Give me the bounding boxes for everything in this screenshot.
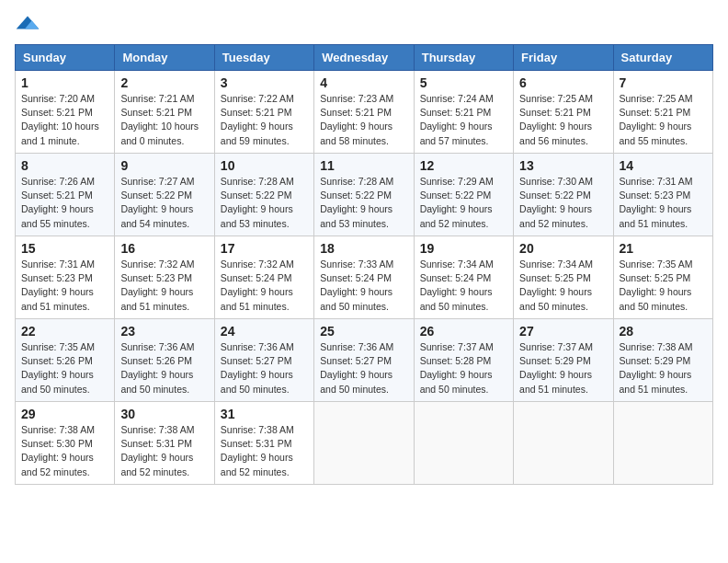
day-number: 4 xyxy=(320,75,407,90)
sunrise-label: Sunrise: 7:24 AM xyxy=(420,93,494,104)
calendar-cell: 21 Sunrise: 7:35 AM Sunset: 5:25 PM Dayl… xyxy=(613,236,712,319)
calendar-cell: 12 Sunrise: 7:29 AM Sunset: 5:22 PM Dayl… xyxy=(414,154,513,236)
cell-content: Sunrise: 7:22 AM Sunset: 5:21 PM Dayligh… xyxy=(221,92,308,148)
calendar-cell: 30 Sunrise: 7:38 AM Sunset: 5:31 PM Dayl… xyxy=(115,402,214,485)
sunset-label: Sunset: 5:24 PM xyxy=(320,272,392,283)
sunset-label: Sunset: 5:21 PM xyxy=(21,107,93,118)
cell-content: Sunrise: 7:26 AM Sunset: 5:21 PM Dayligh… xyxy=(21,175,108,231)
calendar-cell: 7 Sunrise: 7:25 AM Sunset: 5:21 PM Dayli… xyxy=(613,71,712,154)
daylight-label: Daylight: 9 hours and 50 minutes. xyxy=(21,369,94,394)
day-number: 19 xyxy=(420,241,507,256)
logo xyxy=(15,15,44,33)
sunset-label: Sunset: 5:31 PM xyxy=(120,438,192,449)
sunrise-label: Sunrise: 7:23 AM xyxy=(320,93,393,104)
day-number: 26 xyxy=(420,324,507,339)
cell-content: Sunrise: 7:30 AM Sunset: 5:22 PM Dayligh… xyxy=(519,175,607,231)
sunrise-label: Sunrise: 7:32 AM xyxy=(120,259,194,270)
calendar-cell: 11 Sunrise: 7:28 AM Sunset: 5:22 PM Dayl… xyxy=(314,154,414,236)
weekday-header-sunday: Sunday xyxy=(16,45,115,71)
daylight-label: Daylight: 9 hours and 50 minutes. xyxy=(320,286,392,311)
calendar-cell: 26 Sunrise: 7:37 AM Sunset: 5:28 PM Dayl… xyxy=(414,319,513,402)
cell-content: Sunrise: 7:28 AM Sunset: 5:22 PM Dayligh… xyxy=(320,175,407,231)
calendar-cell: 8 Sunrise: 7:26 AM Sunset: 5:21 PM Dayli… xyxy=(16,154,115,236)
sunset-label: Sunset: 5:25 PM xyxy=(620,272,691,283)
calendar-cell: 31 Sunrise: 7:38 AM Sunset: 5:31 PM Dayl… xyxy=(214,402,313,485)
daylight-label: Daylight: 9 hours and 55 minutes. xyxy=(620,121,692,145)
cell-content: Sunrise: 7:33 AM Sunset: 5:24 PM Dayligh… xyxy=(320,258,407,314)
calendar-week-row: 1 Sunrise: 7:20 AM Sunset: 5:21 PM Dayli… xyxy=(16,71,713,154)
calendar-cell: 20 Sunrise: 7:34 AM Sunset: 5:25 PM Dayl… xyxy=(514,236,613,319)
sunrise-label: Sunrise: 7:28 AM xyxy=(320,176,393,187)
calendar-cell: 22 Sunrise: 7:35 AM Sunset: 5:26 PM Dayl… xyxy=(16,319,115,402)
daylight-label: Daylight: 9 hours and 50 minutes. xyxy=(320,369,392,394)
sunrise-label: Sunrise: 7:36 AM xyxy=(221,341,294,352)
daylight-label: Daylight: 9 hours and 54 minutes. xyxy=(120,203,193,228)
sunset-label: Sunset: 5:21 PM xyxy=(120,107,192,118)
day-number: 22 xyxy=(21,324,108,339)
calendar-cell: 19 Sunrise: 7:34 AM Sunset: 5:24 PM Dayl… xyxy=(414,236,513,319)
daylight-label: Daylight: 9 hours and 51 minutes. xyxy=(21,286,94,311)
daylight-label: Daylight: 9 hours and 51 minutes. xyxy=(620,369,692,394)
calendar-cell xyxy=(414,402,513,485)
daylight-label: Daylight: 10 hours and 0 minutes. xyxy=(120,121,199,145)
daylight-label: Daylight: 9 hours and 50 minutes. xyxy=(420,369,493,394)
day-number: 21 xyxy=(620,241,707,256)
calendar-cell: 2 Sunrise: 7:21 AM Sunset: 5:21 PM Dayli… xyxy=(115,71,214,154)
day-number: 17 xyxy=(221,241,308,256)
cell-content: Sunrise: 7:34 AM Sunset: 5:25 PM Dayligh… xyxy=(519,258,607,314)
weekday-header-friday: Friday xyxy=(514,45,613,71)
day-number: 1 xyxy=(21,75,108,90)
calendar-cell: 18 Sunrise: 7:33 AM Sunset: 5:24 PM Dayl… xyxy=(314,236,414,319)
cell-content: Sunrise: 7:35 AM Sunset: 5:25 PM Dayligh… xyxy=(620,258,707,314)
sunset-label: Sunset: 5:29 PM xyxy=(620,355,691,366)
weekday-header-row: SundayMondayTuesdayWednesdayThursdayFrid… xyxy=(16,45,713,71)
sunrise-label: Sunrise: 7:31 AM xyxy=(620,176,693,187)
calendar-week-row: 8 Sunrise: 7:26 AM Sunset: 5:21 PM Dayli… xyxy=(16,154,713,236)
logo-icon xyxy=(15,15,40,33)
daylight-label: Daylight: 9 hours and 59 minutes. xyxy=(221,121,293,145)
calendar-cell xyxy=(613,402,712,485)
sunset-label: Sunset: 5:21 PM xyxy=(519,107,591,118)
cell-content: Sunrise: 7:21 AM Sunset: 5:21 PM Dayligh… xyxy=(120,92,208,148)
cell-content: Sunrise: 7:38 AM Sunset: 5:31 PM Dayligh… xyxy=(221,423,308,479)
calendar-cell: 9 Sunrise: 7:27 AM Sunset: 5:22 PM Dayli… xyxy=(115,154,214,236)
sunrise-label: Sunrise: 7:34 AM xyxy=(519,259,593,270)
daylight-label: Daylight: 9 hours and 52 minutes. xyxy=(519,203,592,228)
daylight-label: Daylight: 9 hours and 50 minutes. xyxy=(221,369,293,394)
sunset-label: Sunset: 5:28 PM xyxy=(420,355,492,366)
weekday-header-tuesday: Tuesday xyxy=(214,45,313,71)
calendar-cell: 14 Sunrise: 7:31 AM Sunset: 5:23 PM Dayl… xyxy=(613,154,712,236)
sunset-label: Sunset: 5:22 PM xyxy=(420,190,492,201)
calendar: SundayMondayTuesdayWednesdayThursdayFrid… xyxy=(15,44,713,485)
daylight-label: Daylight: 9 hours and 51 minutes. xyxy=(519,369,592,394)
daylight-label: Daylight: 9 hours and 50 minutes. xyxy=(620,286,692,311)
sunset-label: Sunset: 5:29 PM xyxy=(519,355,591,366)
daylight-label: Daylight: 9 hours and 53 minutes. xyxy=(221,203,293,228)
calendar-cell: 4 Sunrise: 7:23 AM Sunset: 5:21 PM Dayli… xyxy=(314,71,414,154)
cell-content: Sunrise: 7:28 AM Sunset: 5:22 PM Dayligh… xyxy=(221,175,308,231)
calendar-cell xyxy=(514,402,613,485)
cell-content: Sunrise: 7:25 AM Sunset: 5:21 PM Dayligh… xyxy=(519,92,607,148)
sunrise-label: Sunrise: 7:31 AM xyxy=(21,259,95,270)
calendar-cell: 23 Sunrise: 7:36 AM Sunset: 5:26 PM Dayl… xyxy=(115,319,214,402)
calendar-cell: 28 Sunrise: 7:38 AM Sunset: 5:29 PM Dayl… xyxy=(613,319,712,402)
day-number: 3 xyxy=(221,75,308,90)
day-number: 29 xyxy=(21,407,108,421)
sunset-label: Sunset: 5:26 PM xyxy=(120,355,192,366)
sunrise-label: Sunrise: 7:30 AM xyxy=(519,176,593,187)
day-number: 27 xyxy=(519,324,607,339)
calendar-cell: 17 Sunrise: 7:32 AM Sunset: 5:24 PM Dayl… xyxy=(214,236,313,319)
sunset-label: Sunset: 5:21 PM xyxy=(221,107,292,118)
sunset-label: Sunset: 5:23 PM xyxy=(120,272,192,283)
cell-content: Sunrise: 7:32 AM Sunset: 5:24 PM Dayligh… xyxy=(221,258,308,314)
cell-content: Sunrise: 7:36 AM Sunset: 5:26 PM Dayligh… xyxy=(120,340,208,396)
cell-content: Sunrise: 7:32 AM Sunset: 5:23 PM Dayligh… xyxy=(120,258,208,314)
daylight-label: Daylight: 9 hours and 51 minutes. xyxy=(221,286,293,311)
sunrise-label: Sunrise: 7:38 AM xyxy=(221,424,294,435)
sunrise-label: Sunrise: 7:35 AM xyxy=(620,259,693,270)
daylight-label: Daylight: 9 hours and 52 minutes. xyxy=(120,452,193,477)
cell-content: Sunrise: 7:31 AM Sunset: 5:23 PM Dayligh… xyxy=(620,175,707,231)
calendar-cell: 15 Sunrise: 7:31 AM Sunset: 5:23 PM Dayl… xyxy=(16,236,115,319)
sunset-label: Sunset: 5:24 PM xyxy=(221,272,292,283)
calendar-week-row: 22 Sunrise: 7:35 AM Sunset: 5:26 PM Dayl… xyxy=(16,319,713,402)
